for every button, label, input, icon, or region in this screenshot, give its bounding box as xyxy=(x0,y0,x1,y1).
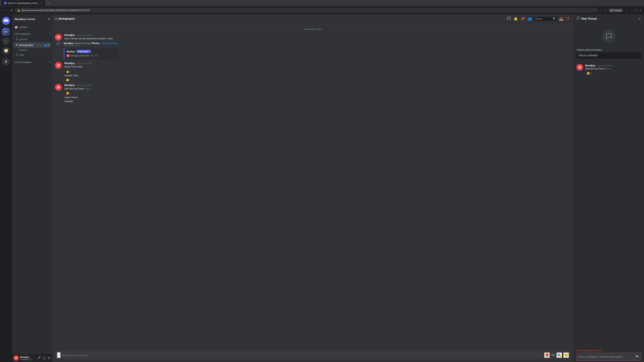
thread-reaction[interactable]: 😝 1 xyxy=(585,71,641,76)
gif-button[interactable]: GIF xyxy=(551,354,555,357)
channel-list: 📅 1 Event TEXT CHANNELS + # general # ph… xyxy=(12,23,52,354)
user-panel: M Moodjoy moodjoy71_0... 🎤 🎧 ⚙ xyxy=(12,354,52,362)
add-voice-channel-button[interactable]: + xyxy=(49,60,51,64)
back-button[interactable]: ‹ xyxy=(2,8,4,13)
manage-channel-icon[interactable]: 👥 xyxy=(44,44,47,46)
server-moodjoy[interactable]: MJ xyxy=(2,28,10,36)
address-bar[interactable]: 🔒 discord.com/channels/11823468517819843… xyxy=(14,8,598,13)
thread-msg-avatar: M xyxy=(576,64,583,71)
tongue-emoji: 😝 xyxy=(66,92,69,95)
new-tab-button[interactable]: + xyxy=(46,0,50,6)
message-input[interactable] xyxy=(62,354,543,357)
members-button[interactable]: 👥 xyxy=(527,16,532,21)
thread-messages-badge[interactable]: 3 Messages › xyxy=(76,50,91,53)
thread-icon-large xyxy=(602,29,616,43)
thread-name-label: THREAD NAME (OPTIONAL) xyxy=(576,49,641,51)
thread-close-button[interactable]: × xyxy=(638,16,641,21)
thread-send-button[interactable] xyxy=(636,355,639,359)
channel-name-photography: photography xyxy=(19,43,43,46)
message-header-1: Moodjoy Today at 12:03 AM xyxy=(64,33,571,36)
thread-preview-header: Photos 3 Messages › xyxy=(66,50,117,53)
reaction-tongue[interactable]: 😝 1 xyxy=(64,91,571,95)
add-server-button[interactable]: + xyxy=(2,37,10,45)
mute-button[interactable]: 🎤 xyxy=(36,356,41,360)
reload-button[interactable]: ↺ xyxy=(10,8,13,13)
message-text-3b: Insert Here! xyxy=(64,95,571,99)
tongue-count: 1 xyxy=(70,92,71,95)
channel-sidebar: Moodjoy's server ▾ 📅 1 Event TEXT CHANNE… xyxy=(12,15,52,362)
threads-button[interactable] xyxy=(506,15,512,22)
profile-button[interactable]: □ xyxy=(604,8,607,12)
server-name: Moodjoy's server xyxy=(15,17,36,20)
hash-icon: # xyxy=(16,37,18,41)
thread-name-link[interactable]: Photos xyxy=(92,42,100,44)
message-text-3c: Sample xyxy=(64,99,571,103)
hash-icon-chat: # xyxy=(16,53,18,57)
thread-starter-input-box[interactable]: Enter a message to start the conversatio… xyxy=(576,353,641,361)
channel-item-chat[interactable]: # chat xyxy=(14,52,51,58)
deafen-button[interactable]: 🎧 xyxy=(42,356,46,360)
channel-item-photography[interactable]: # photography 👥 ⚙ xyxy=(14,42,51,48)
see-all-threads-link[interactable]: See all threads xyxy=(102,42,117,44)
window-close[interactable]: × xyxy=(639,8,642,13)
window-maximize[interactable]: □ xyxy=(634,8,638,13)
search-icon: 🔍 xyxy=(553,17,556,20)
sub-channel-photos[interactable]: └ Photos xyxy=(12,48,52,52)
message-group-1: M Moodjoy Today at 12:03 AM Hey! Check o… xyxy=(52,33,574,41)
search-bar[interactable]: Search 🔍 xyxy=(534,17,557,21)
thread-msg-content: Moodjoy Today at 12:24 AM Edit the text … xyxy=(585,64,641,76)
tab-close-button[interactable]: × xyxy=(41,1,42,4)
user-info: Moodjoy moodjoy71_0... xyxy=(20,356,35,360)
message-author-2: Moodjoy xyxy=(64,62,75,64)
thread-starter-placeholder: Enter a message to start the conversatio… xyxy=(578,356,623,358)
notification-button[interactable]: 🔔 xyxy=(513,16,518,21)
thread-preview-box[interactable]: Photos 3 Messages › M Moodjoy test chat … xyxy=(64,48,119,59)
emoji-button[interactable]: 😊 xyxy=(563,353,569,358)
thread-preview-name: Photos xyxy=(66,50,75,53)
sticker-button[interactable]: 🎭 xyxy=(556,353,562,358)
message-input-area: + 🎁 GIF 🎭 😊 xyxy=(52,350,574,362)
events-item[interactable]: 📅 1 Event xyxy=(12,25,52,29)
header-separator xyxy=(77,17,77,21)
thread-edited-tag: (edited) xyxy=(606,68,611,70)
voice-channels-category: VOICE CHANNELS + xyxy=(12,58,52,65)
incognito-icon: 🕵 xyxy=(610,9,613,11)
reaction-grin[interactable]: 😄 1 xyxy=(64,77,571,82)
inbox-button[interactable]: 📥 xyxy=(558,16,564,21)
chat-header: # photography 🔔 📌 👥 Search 🔍 📥 ❓ xyxy=(52,15,574,23)
gift-button[interactable]: 🎁 xyxy=(544,353,550,358)
discover-servers-button[interactable]: 🧭 xyxy=(2,46,10,55)
url-text: discord.com/channels/1182346851781984336… xyxy=(22,9,90,11)
message-content-2: Moodjoy Today at 12:14 AM insert Chat he… xyxy=(64,62,571,82)
download-button[interactable]: ⬇ xyxy=(2,58,10,66)
add-attachment-button[interactable]: + xyxy=(57,352,60,358)
thread-notif-author: Moodjoy xyxy=(64,42,74,44)
user-discriminator: moodjoy71_0... xyxy=(20,358,35,360)
user-name: Moodjoy xyxy=(20,356,35,358)
more-options-button[interactable]: ⋮ xyxy=(624,8,628,12)
help-button[interactable]: ❓ xyxy=(565,16,571,21)
message-timestamp-2: Today at 12:14 AM xyxy=(76,62,92,64)
browser-chrome: ‹ › ↺ 🔒 discord.com/channels/11823468517… xyxy=(0,6,644,15)
browser-tab-bar: Discord | #photography | Mood... × + xyxy=(0,0,644,6)
thread-starter-label: Starter Message is required xyxy=(576,350,641,352)
window-minimize[interactable]: − xyxy=(630,8,633,13)
user-settings-button[interactable]: ⚙ xyxy=(47,356,51,360)
voice-channels-label: VOICE CHANNELS xyxy=(15,61,32,63)
settings-icon[interactable]: ⚙ xyxy=(48,44,50,46)
discord-app: MJ + 🧭 ⬇ Moodjoy's server ▾ 📅 1 Event TE… xyxy=(0,15,644,362)
incognito-badge: 🕵 Incognito xyxy=(608,8,623,12)
channel-item-general[interactable]: # general xyxy=(14,36,51,42)
thread-name-input[interactable] xyxy=(576,52,641,59)
add-text-channel-button[interactable]: + xyxy=(49,32,51,36)
browser-actions: ☆ □ 🕵 Incognito ⋮ − □ × xyxy=(599,8,642,13)
reaction-thumbsup[interactable]: 👍 1 xyxy=(64,69,571,73)
bookmark-button[interactable]: ☆ xyxy=(599,8,603,12)
server-header[interactable]: Moodjoy's server ▾ xyxy=(12,15,52,23)
forward-button[interactable]: › xyxy=(6,8,8,13)
incognito-label: Incognito xyxy=(613,9,622,11)
discord-home-button[interactable] xyxy=(2,17,10,25)
pin-button[interactable]: 📌 xyxy=(520,16,526,21)
browser-tab[interactable]: Discord | #photography | Mood... × xyxy=(1,0,45,6)
message-text-3a: Edit the text here!(edited) xyxy=(64,87,571,90)
